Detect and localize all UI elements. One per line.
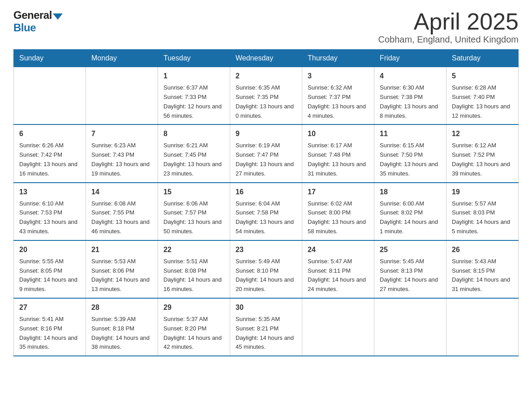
day-cell-4-0: 27Sunrise: 5:41 AMSunset: 8:16 PMDayligh… xyxy=(14,298,86,356)
day-number: 25 xyxy=(380,244,441,255)
calendar-table: SundayMondayTuesdayWednesdayThursdayFrid… xyxy=(13,49,519,356)
day-info: Sunrise: 6:35 AMSunset: 7:35 PMDaylight:… xyxy=(236,83,296,120)
day-info: Sunrise: 6:23 AMSunset: 7:43 PMDaylight:… xyxy=(91,141,152,178)
day-cell-3-5: 25Sunrise: 5:45 AMSunset: 8:13 PMDayligh… xyxy=(374,240,446,298)
day-info: Sunrise: 5:53 AMSunset: 8:06 PMDaylight:… xyxy=(91,257,152,294)
day-info: Sunrise: 5:55 AMSunset: 8:05 PMDaylight:… xyxy=(19,257,80,294)
day-number: 26 xyxy=(452,244,513,255)
day-cell-2-2: 15Sunrise: 6:06 AMSunset: 7:57 PMDayligh… xyxy=(158,183,230,240)
day-number: 9 xyxy=(236,128,296,139)
day-info: Sunrise: 5:39 AMSunset: 8:18 PMDaylight:… xyxy=(91,315,152,352)
day-number: 8 xyxy=(163,128,224,139)
day-info: Sunrise: 5:51 AMSunset: 8:08 PMDaylight:… xyxy=(163,257,224,294)
day-info: Sunrise: 6:26 AMSunset: 7:42 PMDaylight:… xyxy=(19,141,80,178)
logo: General Blue xyxy=(13,9,63,34)
day-number: 6 xyxy=(19,128,80,139)
day-info: Sunrise: 6:15 AMSunset: 7:50 PMDaylight:… xyxy=(380,141,441,178)
day-number: 30 xyxy=(236,302,296,313)
day-info: Sunrise: 5:57 AMSunset: 8:03 PMDaylight:… xyxy=(452,199,513,236)
day-number: 24 xyxy=(308,244,369,255)
day-cell-1-1: 7Sunrise: 6:23 AMSunset: 7:43 PMDaylight… xyxy=(86,124,158,182)
day-cell-4-6 xyxy=(446,298,519,356)
day-info: Sunrise: 5:45 AMSunset: 8:13 PMDaylight:… xyxy=(380,257,441,294)
day-cell-3-2: 22Sunrise: 5:51 AMSunset: 8:08 PMDayligh… xyxy=(158,240,230,298)
day-info: Sunrise: 6:37 AMSunset: 7:33 PMDaylight:… xyxy=(163,83,224,120)
day-number: 5 xyxy=(452,71,513,81)
day-number: 2 xyxy=(236,71,296,81)
day-info: Sunrise: 5:35 AMSunset: 8:21 PMDaylight:… xyxy=(236,315,296,352)
day-cell-1-5: 11Sunrise: 6:15 AMSunset: 7:50 PMDayligh… xyxy=(374,124,446,182)
day-cell-0-6: 5Sunrise: 6:28 AMSunset: 7:40 PMDaylight… xyxy=(446,67,519,125)
day-info: Sunrise: 6:32 AMSunset: 7:37 PMDaylight:… xyxy=(308,83,369,120)
day-cell-4-5 xyxy=(374,298,446,356)
logo-arrow-icon xyxy=(53,13,63,20)
day-cell-4-4 xyxy=(302,298,374,356)
day-cell-3-4: 24Sunrise: 5:47 AMSunset: 8:11 PMDayligh… xyxy=(302,240,374,298)
week-row-2: 6Sunrise: 6:26 AMSunset: 7:42 PMDaylight… xyxy=(14,124,519,182)
header-monday: Monday xyxy=(86,50,158,67)
day-info: Sunrise: 6:06 AMSunset: 7:57 PMDaylight:… xyxy=(163,199,224,236)
day-number: 7 xyxy=(91,128,152,139)
day-cell-4-1: 28Sunrise: 5:39 AMSunset: 8:18 PMDayligh… xyxy=(86,298,158,356)
day-info: Sunrise: 5:41 AMSunset: 8:16 PMDaylight:… xyxy=(19,315,80,352)
day-number: 19 xyxy=(452,187,513,197)
day-info: Sunrise: 6:30 AMSunset: 7:38 PMDaylight:… xyxy=(380,83,441,120)
day-cell-2-3: 16Sunrise: 6:04 AMSunset: 7:58 PMDayligh… xyxy=(230,183,302,240)
day-info: Sunrise: 6:28 AMSunset: 7:40 PMDaylight:… xyxy=(452,83,513,120)
day-info: Sunrise: 5:43 AMSunset: 8:15 PMDaylight:… xyxy=(452,257,513,294)
title-area: April 2025 Cobham, England, United Kingd… xyxy=(378,9,519,45)
day-info: Sunrise: 5:49 AMSunset: 8:10 PMDaylight:… xyxy=(236,257,296,294)
day-info: Sunrise: 5:37 AMSunset: 8:20 PMDaylight:… xyxy=(163,315,224,352)
day-number: 21 xyxy=(91,244,152,255)
day-cell-1-0: 6Sunrise: 6:26 AMSunset: 7:42 PMDaylight… xyxy=(14,124,86,182)
day-info: Sunrise: 6:19 AMSunset: 7:47 PMDaylight:… xyxy=(236,141,296,178)
day-cell-0-3: 2Sunrise: 6:35 AMSunset: 7:35 PMDaylight… xyxy=(230,67,302,125)
day-number: 16 xyxy=(236,187,296,197)
day-number: 3 xyxy=(308,71,369,81)
day-number: 15 xyxy=(163,187,224,197)
calendar-header-row: SundayMondayTuesdayWednesdayThursdayFrid… xyxy=(14,50,519,67)
day-info: Sunrise: 6:21 AMSunset: 7:45 PMDaylight:… xyxy=(163,141,224,178)
day-info: Sunrise: 5:47 AMSunset: 8:11 PMDaylight:… xyxy=(308,257,369,294)
day-number: 13 xyxy=(19,187,80,197)
day-cell-2-4: 17Sunrise: 6:02 AMSunset: 8:00 PMDayligh… xyxy=(302,183,374,240)
day-info: Sunrise: 6:02 AMSunset: 8:00 PMDaylight:… xyxy=(308,199,369,236)
logo-general-text: General xyxy=(13,9,52,21)
header-wednesday: Wednesday xyxy=(230,50,302,67)
day-number: 20 xyxy=(19,244,80,255)
day-number: 28 xyxy=(91,302,152,313)
day-cell-0-4: 3Sunrise: 6:32 AMSunset: 7:37 PMDaylight… xyxy=(302,67,374,125)
calendar-title: April 2025 xyxy=(378,9,519,34)
day-cell-2-6: 19Sunrise: 5:57 AMSunset: 8:03 PMDayligh… xyxy=(446,183,519,240)
day-info: Sunrise: 6:10 AMSunset: 7:53 PMDaylight:… xyxy=(19,199,80,236)
day-cell-4-2: 29Sunrise: 5:37 AMSunset: 8:20 PMDayligh… xyxy=(158,298,230,356)
week-row-4: 20Sunrise: 5:55 AMSunset: 8:05 PMDayligh… xyxy=(14,240,519,298)
day-cell-0-0 xyxy=(14,67,86,125)
day-cell-4-3: 30Sunrise: 5:35 AMSunset: 8:21 PMDayligh… xyxy=(230,298,302,356)
header: General Blue April 2025 Cobham, England,… xyxy=(13,9,519,45)
day-number: 18 xyxy=(380,187,441,197)
day-number: 27 xyxy=(19,302,80,313)
day-cell-1-3: 9Sunrise: 6:19 AMSunset: 7:47 PMDaylight… xyxy=(230,124,302,182)
day-cell-2-5: 18Sunrise: 6:00 AMSunset: 8:02 PMDayligh… xyxy=(374,183,446,240)
day-number: 10 xyxy=(308,128,369,139)
day-number: 14 xyxy=(91,187,152,197)
day-number: 4 xyxy=(380,71,441,81)
header-sunday: Sunday xyxy=(14,50,86,67)
day-number: 12 xyxy=(452,128,513,139)
header-tuesday: Tuesday xyxy=(158,50,230,67)
day-cell-2-1: 14Sunrise: 6:08 AMSunset: 7:55 PMDayligh… xyxy=(86,183,158,240)
day-number: 1 xyxy=(163,71,224,81)
day-cell-0-2: 1Sunrise: 6:37 AMSunset: 7:33 PMDaylight… xyxy=(158,67,230,125)
header-thursday: Thursday xyxy=(302,50,374,67)
day-info: Sunrise: 6:04 AMSunset: 7:58 PMDaylight:… xyxy=(236,199,296,236)
day-cell-2-0: 13Sunrise: 6:10 AMSunset: 7:53 PMDayligh… xyxy=(14,183,86,240)
day-info: Sunrise: 6:08 AMSunset: 7:55 PMDaylight:… xyxy=(91,199,152,236)
day-cell-3-1: 21Sunrise: 5:53 AMSunset: 8:06 PMDayligh… xyxy=(86,240,158,298)
calendar-subtitle: Cobham, England, United Kingdom xyxy=(378,34,519,45)
week-row-5: 27Sunrise: 5:41 AMSunset: 8:16 PMDayligh… xyxy=(14,298,519,356)
day-cell-1-4: 10Sunrise: 6:17 AMSunset: 7:48 PMDayligh… xyxy=(302,124,374,182)
day-cell-0-1 xyxy=(86,67,158,125)
day-number: 23 xyxy=(236,244,296,255)
day-info: Sunrise: 6:00 AMSunset: 8:02 PMDaylight:… xyxy=(380,199,441,236)
